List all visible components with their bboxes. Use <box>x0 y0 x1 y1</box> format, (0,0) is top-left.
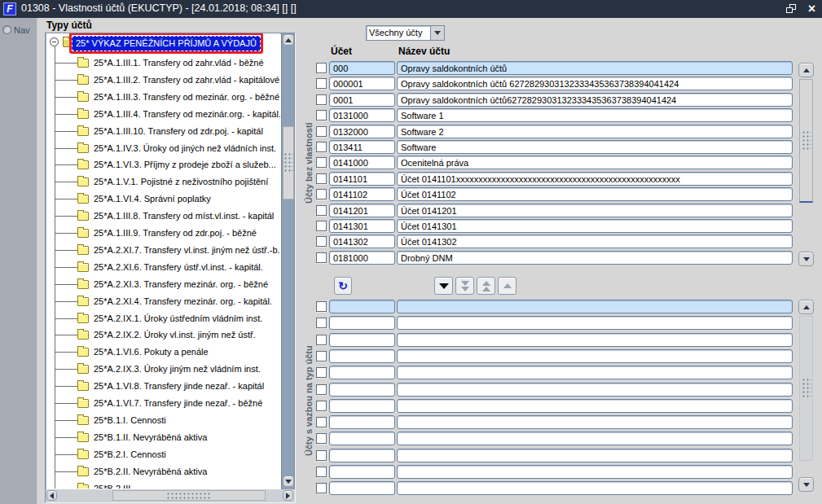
nav-toggle[interactable]: Nav <box>2 23 35 37</box>
account-field[interactable]: 0141301 <box>329 219 395 233</box>
row-checkbox[interactable] <box>316 126 327 137</box>
row-checkbox[interactable] <box>316 78 327 89</box>
upper-scrollbar-thumb[interactable] <box>799 79 813 203</box>
account-field[interactable] <box>329 300 395 313</box>
row-checkbox[interactable] <box>316 221 327 231</box>
account-field[interactable]: 0181000 <box>329 251 395 265</box>
tree-item[interactable]: 25*A.1.VI.4. Správní poplatky <box>46 191 280 208</box>
tree-item[interactable]: 25*A.2.XI.4. Transfery mezinár. org. - k… <box>46 293 280 310</box>
account-field[interactable] <box>329 481 395 495</box>
tree-item[interactable]: 25*A.1.IV.3. Úroky od jiných než vládníc… <box>46 140 280 157</box>
tree-item[interactable]: 25*A.1.VI.3. Příjmy z prodeje zboží a sl… <box>46 156 280 173</box>
account-field[interactable] <box>329 449 395 462</box>
row-checkbox[interactable] <box>316 401 327 411</box>
account-name-field[interactable]: Software 2 <box>397 125 793 138</box>
account-field[interactable] <box>329 349 395 363</box>
account-field[interactable]: 0132000 <box>329 125 395 138</box>
row-checkbox[interactable] <box>316 157 327 168</box>
row-checkbox[interactable] <box>316 236 327 247</box>
account-field[interactable]: 0141000 <box>329 156 395 169</box>
tree-item[interactable]: 25*A.2.IX.3. Úroky jiným než vládním ins… <box>46 361 280 378</box>
tree-item[interactable]: 25*A.2.XI.3. Transfery mezinár. org. - b… <box>46 276 280 293</box>
tree-item[interactable]: 25*A.1.VI.7. Transfery jinde nezař. - bě… <box>46 395 280 412</box>
scroll-left-icon[interactable] <box>46 490 57 501</box>
tree-item[interactable]: 25*B.1.II. Nevyráběná aktiva <box>46 429 280 446</box>
tree-item-partial[interactable]: 25*B.2.III. <box>46 480 280 489</box>
upper-scroll-down-icon[interactable] <box>798 252 814 266</box>
row-checkbox[interactable] <box>316 142 327 152</box>
account-field[interactable] <box>329 383 395 397</box>
scroll-right-icon[interactable] <box>283 490 293 501</box>
account-field[interactable] <box>329 366 395 379</box>
account-name-field[interactable] <box>397 432 793 445</box>
account-name-field[interactable] <box>397 465 793 479</box>
tree-scrollbar-thumb[interactable] <box>283 126 294 199</box>
account-name-field[interactable] <box>397 366 793 379</box>
tree-item[interactable]: 25*A.2.XI.6. Transfery ústř.vl.inst. - k… <box>46 259 280 276</box>
move-all-up-button[interactable] <box>477 277 495 295</box>
tree-item[interactable]: 25*A.2.XI.7. Transfery vl.inst. jiným ne… <box>46 242 280 259</box>
account-field[interactable]: 0141302 <box>329 234 395 248</box>
tree-item[interactable]: 25*A.2.IX.2. Úroky vl.inst. jiným než ús… <box>46 327 280 344</box>
tree-item[interactable]: 25*B.2.II. Nevyráběná aktiva <box>46 463 280 480</box>
account-field[interactable]: 013411 <box>329 140 395 154</box>
tree-item[interactable]: 25*A.1.III.2. Transfery od zahr.vlád - k… <box>46 72 280 89</box>
row-checkbox[interactable] <box>316 417 327 427</box>
account-name-field[interactable]: Účet 0141302 <box>397 234 793 248</box>
account-field[interactable]: 0141201 <box>329 204 395 217</box>
account-field[interactable] <box>329 432 395 445</box>
row-checkbox[interactable] <box>316 384 327 395</box>
account-name-field[interactable]: Účet 0141301 <box>397 219 793 233</box>
close-window-icon[interactable]: × <box>808 0 815 18</box>
row-checkbox[interactable] <box>316 110 327 121</box>
account-name-field[interactable]: Ocenitelná práva <box>397 156 793 169</box>
account-name-field[interactable]: Účet 0141101xxxxxxxxxxxxxxxxxxxxxxxxxxxx… <box>397 172 793 186</box>
row-checkbox[interactable] <box>316 351 327 362</box>
account-name-field[interactable]: Drobný DNM <box>397 251 793 265</box>
row-checkbox[interactable] <box>316 301 327 312</box>
row-checkbox[interactable] <box>316 63 327 73</box>
tree-item[interactable]: 25*A.1.III.4. Transfery od mezinár.org. … <box>46 106 280 123</box>
account-name-field[interactable]: Účet 0141102 <box>397 187 793 201</box>
account-field[interactable]: 0001 <box>329 93 395 107</box>
account-name-field[interactable] <box>397 333 793 347</box>
account-name-field[interactable]: Opravy saldokontních účtů 62728293031323… <box>397 77 793 90</box>
row-checkbox[interactable] <box>316 335 327 345</box>
lower-scrollbar-thumb[interactable] <box>799 316 813 461</box>
refresh-button[interactable]: ↻ <box>334 277 352 295</box>
account-field[interactable]: 0131000 <box>329 108 395 122</box>
upper-scroll-up-icon[interactable] <box>798 63 814 77</box>
account-name-field[interactable] <box>397 300 793 313</box>
tree-item[interactable]: 25*A.1.III.9. Transfery od zdr.poj. - bě… <box>46 225 280 242</box>
account-field[interactable]: 000 <box>329 61 395 75</box>
account-field[interactable] <box>329 316 395 330</box>
tree-item[interactable]: 25*A.1.VI.8. Transfery jinde nezař. - ka… <box>46 378 280 395</box>
tree-item[interactable]: 25*A.1.III.8. Transfery od míst.vl.inst.… <box>46 208 280 225</box>
tree-item[interactable]: 25*A.1.VI.6. Pokuty a penále <box>46 344 280 361</box>
row-checkbox[interactable] <box>316 94 327 105</box>
account-field[interactable]: 000001 <box>329 77 395 90</box>
tree-item[interactable]: 25*A.1.III.1. Transfery od zahr.vlád - b… <box>46 55 280 72</box>
lower-scroll-up-icon[interactable] <box>798 300 814 314</box>
tree-horizontal-scrollbar[interactable] <box>46 489 295 502</box>
account-field[interactable]: 0141102 <box>329 187 395 201</box>
tree-item[interactable]: 25*A.1.III.10. Transfery od zdr.poj. - k… <box>46 123 280 140</box>
row-checkbox[interactable] <box>316 483 327 493</box>
account-name-field[interactable] <box>397 316 793 330</box>
account-name-field[interactable]: Software <box>397 140 793 154</box>
account-name-field[interactable] <box>397 383 793 397</box>
account-name-field[interactable]: Opravy saldokontních účtů627282930313233… <box>397 93 793 107</box>
row-checkbox[interactable] <box>316 189 327 199</box>
tree-expander-icon[interactable] <box>50 37 59 46</box>
account-field[interactable]: 0141101 <box>329 172 395 186</box>
dropdown-arrow-icon[interactable] <box>430 26 444 40</box>
account-field[interactable] <box>329 333 395 347</box>
tree-vertical-scrollbar[interactable] <box>281 33 294 489</box>
lower-scroll-down-icon[interactable] <box>798 477 814 492</box>
tree-item[interactable]: 25*A.1.III.3. Transfery od mezinár. org.… <box>46 89 280 106</box>
move-down-button[interactable] <box>434 277 453 295</box>
account-field[interactable] <box>329 399 395 413</box>
row-checkbox[interactable] <box>316 252 327 263</box>
tree-item[interactable]: 25*A.1.V.1. Pojistné z neživostního poji… <box>46 173 280 191</box>
account-name-field[interactable] <box>397 481 793 495</box>
